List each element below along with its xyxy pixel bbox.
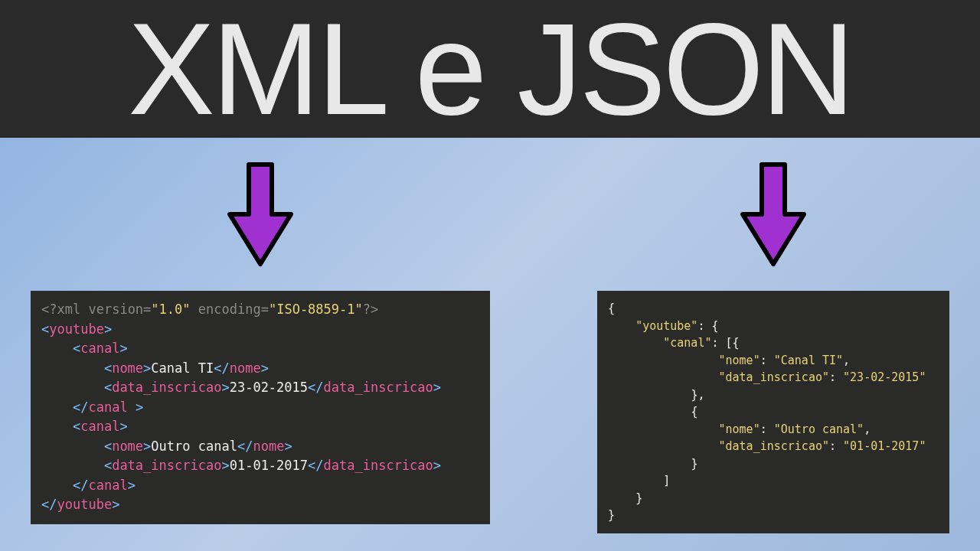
xml-nome0-open: nome (112, 360, 143, 376)
json-code-block: { "youtube": { "canal": [{ "nome": "Cana… (597, 291, 949, 533)
xml-decl-ver-val: "1.0" (151, 302, 190, 317)
json-key-youtube: "youtube" (635, 319, 697, 333)
xml-data1-open: data_inscricao (112, 458, 221, 473)
xml-code-block: <?xml version="1.0" encoding="ISO-8859-1… (31, 291, 490, 524)
content-area: <?xml version="1.0" encoding="ISO-8859-1… (0, 138, 980, 533)
xml-canal1-close: canal (88, 478, 127, 493)
xml-decl-name: xml (57, 302, 80, 317)
xml-root-open: youtube (49, 321, 104, 337)
json-panel: { "youtube": { "canal": [{ "nome": "Cana… (597, 161, 949, 533)
json-key-data0: "data_inscricao" (719, 370, 830, 384)
xml-decl-close: ?> (363, 302, 378, 317)
json-key-nome0: "nome" (719, 354, 760, 367)
xml-nome1-open: nome (112, 439, 143, 454)
xml-nome1-close: nome (253, 439, 284, 454)
xml-nome0-val: Canal TI (151, 360, 214, 376)
title-bar: XML e JSON (0, 0, 980, 138)
xml-decl-ver-name: version (88, 302, 143, 317)
xml-canal0-open: canal (80, 341, 119, 356)
json-val-nome0: "Canal TI" (774, 354, 843, 367)
json-key-canal: "canal" (663, 336, 711, 350)
xml-data0-open: data_inscricao (112, 380, 221, 395)
xml-root-close: youtube (57, 497, 112, 512)
xml-data1-val: 01-01-2017 (230, 458, 308, 473)
xml-nome0-close: nome (230, 360, 261, 376)
xml-data0-val: 23-02-2015 (230, 380, 308, 395)
json-val-data0: "23-02-2015" (843, 370, 926, 384)
xml-canal1-open: canal (80, 419, 119, 434)
json-val-nome1: "Outro canal" (774, 422, 864, 436)
xml-decl-enc-val: "ISO-8859-1" (269, 302, 363, 317)
xml-data1-close: data_inscricao (324, 458, 433, 473)
xml-decl-open: <? (41, 302, 57, 317)
xml-nome1-val: Outro canal (151, 439, 237, 454)
arrow-down-icon (739, 161, 808, 268)
xml-decl-enc-name: encoding (198, 302, 261, 317)
arrow-down-icon (226, 161, 295, 268)
json-key-data1: "data_inscricao" (719, 439, 830, 453)
xml-data0-close: data_inscricao (324, 380, 433, 395)
json-key-nome1: "nome" (719, 422, 760, 436)
xml-panel: <?xml version="1.0" encoding="ISO-8859-1… (31, 161, 490, 533)
xml-canal0-close: canal (88, 399, 127, 415)
page-title: XML e JSON (128, 4, 852, 134)
json-val-data1: "01-01-2017" (843, 439, 926, 453)
